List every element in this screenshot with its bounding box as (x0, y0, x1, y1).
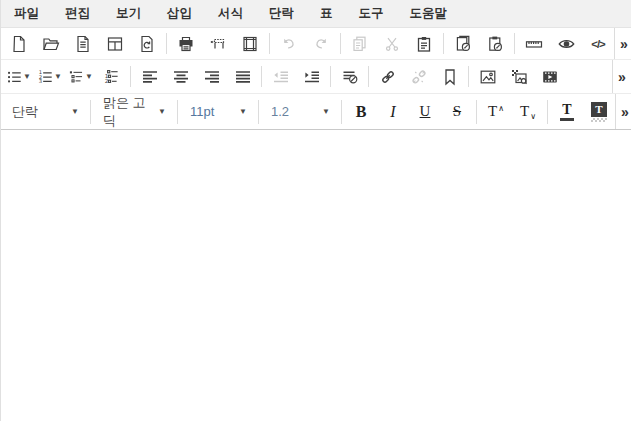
unlink-button[interactable] (403, 63, 434, 91)
copy-icon (351, 35, 369, 53)
paste-format-button[interactable] (479, 30, 511, 58)
menu-view[interactable]: 보기 (103, 0, 154, 27)
undo-button[interactable] (273, 30, 305, 58)
menu-help[interactable]: 도움말 (397, 0, 461, 27)
paragraph-format-select[interactable]: 단락 ▼ (3, 98, 87, 126)
menu-table[interactable]: 표 (307, 0, 346, 27)
menu-edit[interactable]: 편집 (52, 0, 103, 27)
dropdown-arrow-icon: ▼ (71, 108, 79, 116)
toolbar3-more-button[interactable]: » (615, 94, 631, 129)
remove-format-button[interactable] (334, 63, 365, 91)
print-button[interactable] (170, 30, 202, 58)
remove-format-icon (341, 68, 359, 86)
paste-icon (415, 35, 433, 53)
paste-plain-button[interactable] (447, 30, 479, 58)
image-gallery-button[interactable] (503, 63, 534, 91)
menu-insert[interactable]: 삽입 (154, 0, 205, 27)
font-size-select[interactable]: 11pt ▼ (181, 98, 255, 126)
rich-text-editor: 파일 편집 보기 삽입 서식 단락 표 도구 도움말 (0, 0, 631, 421)
editor-content-area[interactable] (1, 130, 631, 421)
underline-button[interactable]: U (409, 98, 441, 126)
bullet-list-button[interactable]: ▼ (3, 63, 34, 91)
ruler-button[interactable] (518, 30, 550, 58)
separator (166, 33, 167, 54)
align-left-button[interactable] (134, 63, 165, 91)
background-color-icon: T (591, 102, 607, 122)
new-document-button[interactable] (3, 30, 35, 58)
source-code-button[interactable]: </> (582, 30, 614, 58)
toolbar-file-row: </> » (1, 28, 631, 60)
separator (341, 100, 342, 124)
separator (258, 100, 259, 124)
image-gallery-icon (510, 68, 528, 86)
bold-button[interactable]: B (345, 98, 377, 126)
dropdown-arrow-icon[interactable]: ▼ (85, 73, 93, 81)
align-center-button[interactable] (165, 63, 196, 91)
copy-button[interactable] (344, 30, 376, 58)
separator (547, 100, 548, 124)
template-icon (106, 35, 124, 53)
text-color-icon: T (560, 103, 574, 121)
ruler-icon (525, 35, 543, 53)
dropdown-arrow-icon[interactable]: ▼ (23, 73, 31, 81)
strikethrough-button[interactable]: S (441, 98, 473, 126)
separator (90, 100, 91, 124)
cut-button[interactable] (376, 30, 408, 58)
separator (514, 33, 515, 54)
menu-file[interactable]: 파일 (1, 0, 52, 27)
menu-paragraph[interactable]: 단락 (256, 0, 307, 27)
template-button[interactable] (99, 30, 131, 58)
align-justify-icon (234, 68, 252, 86)
redo-button[interactable] (305, 30, 337, 58)
chevron-more-icon: » (621, 104, 629, 120)
new-document-icon (10, 35, 28, 53)
toolbar1-more-button[interactable]: » (614, 28, 631, 59)
multilevel-list-button[interactable]: ▼ (65, 63, 96, 91)
media-button[interactable] (534, 63, 565, 91)
menu-format[interactable]: 서식 (205, 0, 256, 27)
transparency-checker (591, 118, 607, 122)
page-border-button[interactable] (234, 30, 266, 58)
numbered-list-button[interactable]: 1 2 3 ▼ (34, 63, 65, 91)
menubar: 파일 편집 보기 삽입 서식 단락 표 도구 도움말 (1, 0, 631, 28)
superscript-button[interactable]: T ∧ (480, 98, 512, 126)
text-color-letter: T (562, 103, 571, 117)
page-setup-button[interactable] (202, 30, 234, 58)
list-style-button[interactable]: 1 2 (96, 63, 127, 91)
background-color-button[interactable]: T (583, 98, 615, 126)
font-family-select[interactable]: 맑은 고딕 ▼ (94, 98, 174, 126)
line-height-select[interactable]: 1.2 ▼ (262, 98, 338, 126)
paste-button[interactable] (408, 30, 440, 58)
font-family-value: 맑은 고딕 (103, 94, 158, 130)
toolbar-text-row: 단락 ▼ 맑은 고딕 ▼ 11pt ▼ 1.2 ▼ B I U S (1, 94, 631, 130)
revert-button[interactable] (131, 30, 163, 58)
link-button[interactable] (372, 63, 403, 91)
text-document-button[interactable] (67, 30, 99, 58)
align-center-icon (172, 68, 190, 86)
menu-tools[interactable]: 도구 (346, 0, 397, 27)
separator (368, 66, 369, 87)
align-left-icon (141, 68, 159, 86)
outdent-button[interactable] (265, 63, 296, 91)
superscript-icon: T (488, 103, 497, 120)
image-button[interactable] (472, 63, 503, 91)
subscript-icon: T (520, 103, 529, 120)
bookmark-button[interactable] (434, 63, 465, 91)
italic-button[interactable]: I (377, 98, 409, 126)
indent-icon (303, 68, 321, 86)
preview-button[interactable] (550, 30, 582, 58)
subscript-button[interactable]: T ∨ (512, 98, 544, 126)
redo-icon (312, 35, 330, 53)
toolbar2-more-button[interactable]: » (612, 60, 631, 93)
subscript-mark: ∨ (530, 112, 536, 121)
open-button[interactable] (35, 30, 67, 58)
text-document-icon (74, 35, 92, 53)
text-color-button[interactable]: T (551, 98, 583, 126)
align-right-button[interactable] (196, 63, 227, 91)
multilevel-list-icon (68, 68, 85, 86)
dropdown-arrow-icon[interactable]: ▼ (54, 73, 62, 81)
align-justify-button[interactable] (227, 63, 258, 91)
paste-plain-icon (454, 35, 472, 53)
indent-button[interactable] (296, 63, 327, 91)
print-icon (177, 35, 195, 53)
